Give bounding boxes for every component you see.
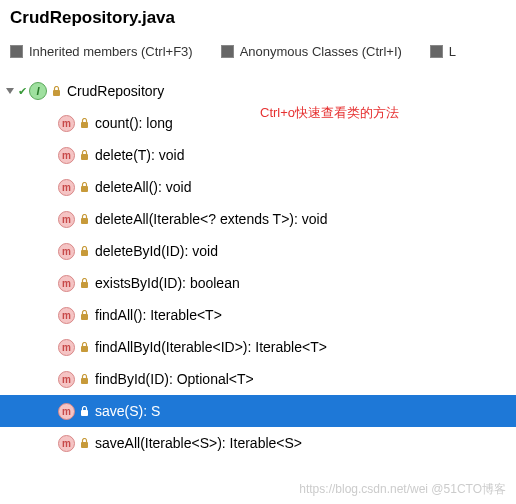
svg-rect-8 <box>81 346 88 352</box>
method-label: deleteById(ID): void <box>95 243 218 259</box>
filter-label: L <box>449 44 456 59</box>
method-icon: m <box>58 307 75 324</box>
checkbox-icon <box>430 45 443 58</box>
filter-l[interactable]: L <box>430 44 456 59</box>
method-label: findAllById(Iterable<ID>): Iterable<T> <box>95 339 327 355</box>
annotation-text: Ctrl+o快速查看类的方法 <box>260 104 399 122</box>
method-label: findAll(): Iterable<T> <box>95 307 222 323</box>
tree-method-item[interactable]: mfindAll(): Iterable<T> <box>0 299 516 331</box>
tree-method-item[interactable]: msave(S): S <box>0 395 516 427</box>
tree-method-item[interactable]: mfindAllById(Iterable<ID>): Iterable<T> <box>0 331 516 363</box>
method-label: delete(T): void <box>95 147 184 163</box>
svg-rect-9 <box>81 378 88 384</box>
svg-rect-10 <box>81 410 88 416</box>
lock-icon <box>79 149 89 161</box>
checkbox-icon <box>221 45 234 58</box>
tree-method-item[interactable]: msaveAll(Iterable<S>): Iterable<S> <box>0 427 516 459</box>
tree-method-item[interactable]: mexistsById(ID): boolean <box>0 267 516 299</box>
lock-icon <box>79 277 89 289</box>
filter-inherited[interactable]: Inherited members (Ctrl+F3) <box>10 44 193 59</box>
method-icon: m <box>58 435 75 452</box>
svg-rect-5 <box>81 250 88 256</box>
tree-root-item[interactable]: ✔ I CrudRepository <box>0 75 516 107</box>
method-label: deleteAll(Iterable<? extends T>): void <box>95 211 327 227</box>
watermark: https://blog.csdn.net/wei @51CTO博客 <box>299 481 506 498</box>
svg-rect-7 <box>81 314 88 320</box>
tree-method-item[interactable]: mdelete(T): void <box>0 139 516 171</box>
method-label: save(S): S <box>95 403 160 419</box>
lock-icon <box>79 181 89 193</box>
filter-label: Anonymous Classes (Ctrl+I) <box>240 44 402 59</box>
root-label: CrudRepository <box>67 83 164 99</box>
filter-anonymous[interactable]: Anonymous Classes (Ctrl+I) <box>221 44 402 59</box>
tree-method-item[interactable]: mcount(): long <box>0 107 516 139</box>
lock-icon <box>79 373 89 385</box>
method-icon: m <box>58 179 75 196</box>
tree-method-item[interactable]: mdeleteById(ID): void <box>0 235 516 267</box>
method-icon: m <box>58 211 75 228</box>
svg-rect-6 <box>81 282 88 288</box>
method-label: findById(ID): Optional<T> <box>95 371 254 387</box>
svg-rect-0 <box>53 90 60 96</box>
svg-rect-4 <box>81 218 88 224</box>
file-title: CrudRepository.java <box>0 0 516 40</box>
lock-icon <box>79 213 89 225</box>
tree-method-item[interactable]: mfindById(ID): Optional<T> <box>0 363 516 395</box>
svg-rect-2 <box>81 154 88 160</box>
method-icon: m <box>58 243 75 260</box>
lock-icon <box>79 437 89 449</box>
interface-icon: I <box>29 82 47 100</box>
method-label: deleteAll(): void <box>95 179 192 195</box>
check-icon: ✔ <box>18 85 27 98</box>
svg-rect-1 <box>81 122 88 128</box>
checkbox-icon <box>10 45 23 58</box>
lock-icon <box>79 309 89 321</box>
filter-label: Inherited members (Ctrl+F3) <box>29 44 193 59</box>
method-label: saveAll(Iterable<S>): Iterable<S> <box>95 435 302 451</box>
svg-rect-11 <box>81 442 88 448</box>
tree-method-item[interactable]: mdeleteAll(Iterable<? extends T>): void <box>0 203 516 235</box>
method-icon: m <box>58 275 75 292</box>
structure-tree: ✔ I CrudRepository mcount(): longmdelete… <box>0 69 516 459</box>
lock-icon <box>79 341 89 353</box>
method-icon: m <box>58 339 75 356</box>
lock-icon <box>79 245 89 257</box>
svg-rect-3 <box>81 186 88 192</box>
method-icon: m <box>58 403 75 420</box>
tree-method-item[interactable]: mdeleteAll(): void <box>0 171 516 203</box>
method-label: count(): long <box>95 115 173 131</box>
expand-icon[interactable] <box>4 85 16 97</box>
method-icon: m <box>58 147 75 164</box>
filter-bar: Inherited members (Ctrl+F3) Anonymous Cl… <box>0 40 516 69</box>
lock-icon <box>79 405 89 417</box>
method-label: existsById(ID): boolean <box>95 275 240 291</box>
method-icon: m <box>58 115 75 132</box>
method-icon: m <box>58 371 75 388</box>
lock-icon <box>51 85 61 97</box>
lock-icon <box>79 117 89 129</box>
